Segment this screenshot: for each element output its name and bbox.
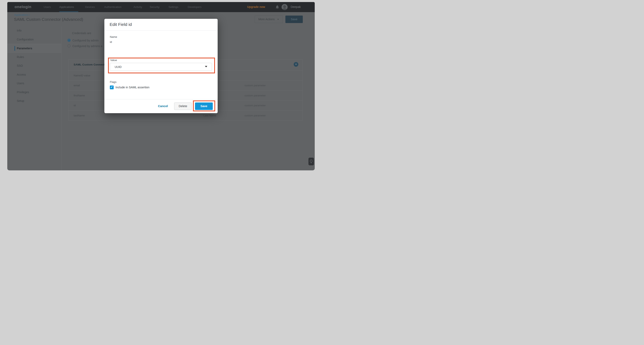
page-title: SAML Custom Connector (Advanced) (14, 17, 83, 22)
param-name: lastName (74, 114, 85, 117)
lightbulb-icon (310, 160, 313, 164)
param-name: id (74, 104, 76, 107)
plus-icon: + (295, 62, 297, 66)
nav-item-activity[interactable]: Activity (134, 5, 142, 8)
table-header-title: SAML Custom Connecto (74, 63, 106, 66)
param-name: email (74, 84, 80, 87)
sidebar-item-access[interactable]: Access (7, 70, 61, 79)
param-name: firstName (74, 94, 85, 97)
sidebar-item-users[interactable]: Users (7, 79, 61, 88)
param-name: NameID value (74, 74, 90, 77)
radio-configured-by-admin-label[interactable]: Configured by admin (72, 39, 98, 42)
param-type: custom parameter (244, 104, 266, 107)
dropdown-caret-icon (205, 66, 207, 67)
more-actions-button[interactable]: More Actions ▼ (255, 15, 283, 23)
header-save-button[interactable]: Save (286, 15, 303, 23)
sidebar-item-rules[interactable]: Rules (7, 53, 61, 62)
flags-label: Flags (110, 80, 116, 83)
breadcrumb[interactable]: Applications / (14, 13, 30, 16)
value-select-dropdown[interactable]: UUID (110, 63, 212, 71)
active-tab-underline (59, 11, 78, 12)
credentials-label: Credentials are (72, 31, 91, 35)
nav-item-devices[interactable]: Devices (85, 5, 95, 8)
sidebar: Info Configuration Parameters Rules SSO … (7, 26, 62, 170)
param-value: Last Name (204, 114, 216, 117)
delete-button[interactable]: Delete (174, 102, 192, 110)
modal-title: Edit Field id (110, 22, 132, 27)
annotation-save-highlight (193, 100, 215, 111)
nav-item-security[interactable]: Security (150, 5, 160, 8)
cancel-button[interactable]: Cancel (158, 104, 168, 108)
modal-header-divider (104, 30, 218, 30)
value-label: Value (110, 59, 117, 62)
radio-configured-by-admin[interactable] (67, 39, 70, 42)
param-type: custom parameter (244, 84, 266, 87)
radio-configured-by-admins-users[interactable] (67, 44, 70, 47)
sidebar-item-setup[interactable]: Setup (7, 97, 61, 105)
more-actions-label: More Actions (258, 17, 275, 21)
radio-configured-by-admins-users-label[interactable]: Configured by admins a (72, 44, 102, 48)
sidebar-item-sso[interactable]: SSO (7, 61, 61, 70)
sidebar-item-info[interactable]: Info (7, 26, 61, 35)
avatar-head-shape (283, 5, 286, 8)
param-value: - (218, 104, 219, 107)
nav-item-users[interactable]: Users (44, 5, 51, 8)
notification-bell-icon[interactable] (275, 5, 280, 9)
edit-field-modal: Edit Field id Name id Value UUID Flags ✓… (104, 19, 218, 113)
sidebar-item-parameters[interactable]: Parameters (7, 44, 61, 53)
param-type: custom parameter (244, 114, 266, 117)
sidebar-item-configuration[interactable]: Configuration (7, 35, 61, 44)
user-avatar[interactable] (282, 4, 288, 10)
nav-item-developers[interactable]: Developers (188, 5, 202, 8)
name-value: id (110, 40, 112, 43)
avatar-shoulders-shape (282, 8, 287, 10)
name-label: Name (110, 35, 117, 38)
user-name-label[interactable]: Deepak (291, 5, 301, 8)
nav-item-applications[interactable]: Applications (59, 5, 74, 8)
include-saml-checkbox-label[interactable]: Include in SAML assertion (116, 86, 150, 89)
top-nav: onelogin Users Applications Devices Auth… (7, 2, 315, 12)
checkmark-icon: ✓ (110, 85, 113, 89)
help-lightbulb-button[interactable] (308, 158, 314, 165)
nav-item-authentication[interactable]: Authentication (104, 5, 122, 8)
onelogin-logo: onelogin (14, 5, 31, 9)
modal-footer-divider (104, 99, 218, 99)
sidebar-item-privileges[interactable]: Privileges (7, 88, 61, 97)
chevron-down-icon: ▼ (277, 16, 279, 23)
value-selected-option: UUID (115, 65, 122, 68)
param-type: custom parameter (244, 94, 266, 97)
include-saml-checkbox[interactable]: ✓ (110, 85, 114, 89)
add-parameter-button[interactable]: + (294, 62, 298, 67)
nav-item-settings[interactable]: Settings (168, 5, 178, 8)
upgrade-now-link[interactable]: Upgrade now (247, 5, 265, 8)
app-window: onelogin Users Applications Devices Auth… (7, 2, 315, 170)
